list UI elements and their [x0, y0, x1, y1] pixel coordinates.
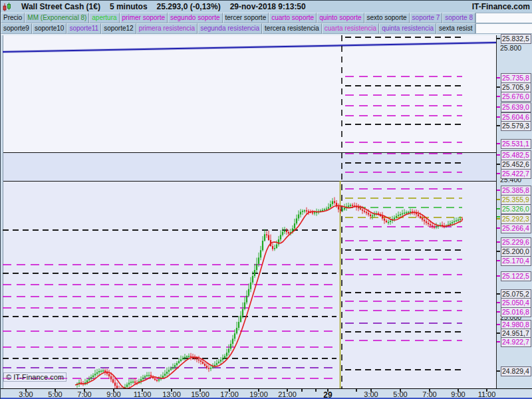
price-axis-tick [497, 293, 500, 295]
price-axis-label-25-229-6: 25.229,6 [501, 237, 531, 247]
legend-item-segunda-resistencia[interactable]: segunda resistencia [198, 23, 262, 34]
price-axis-label-25-531-1: 25.531,1 [501, 139, 531, 149]
price-axis-tick [497, 125, 500, 126]
price-axis-label-25-482-5: 25.482,5 [501, 150, 531, 160]
price-axis-label-25-170-4: 25.170,4 [501, 256, 531, 266]
legend-item-soporte9[interactable]: soporte9 [1, 23, 32, 34]
indicator-legend: PrecioMM (Exponencial 8)aperturaprimer s… [1, 13, 532, 34]
price-axis-label-25-292-3: 25.292,3 [501, 214, 531, 224]
legend-item-soporte11[interactable]: soporte11 [66, 23, 101, 34]
price-axis-tick [497, 218, 500, 219]
price-axis-tick [497, 86, 500, 88]
price-axis-label-25-639-0: 25.639,0 [501, 102, 531, 112]
legend-item-tercer-soporte[interactable]: tercer soporte [223, 13, 269, 23]
price-axis-tick [497, 96, 500, 97]
legend-item-cuarto-soporte[interactable]: cuarto soporte [269, 13, 317, 23]
price-change-label: 25.293,0 (-0,13%) [157, 2, 221, 11]
price-axis-tick [497, 370, 500, 372]
legend-item-primera-resistencia[interactable]: primera resistencia [136, 23, 198, 34]
price-axis-label-25-016-8: 25.016,8 [501, 307, 531, 317]
price-axis-tick [497, 302, 500, 303]
price-axis-tick [497, 251, 500, 252]
legend-item-sexto-soporte[interactable]: sexto soporte [364, 13, 410, 23]
legend-item-tercera-resistencia[interactable]: tercera resistencia [262, 23, 322, 34]
price-axis-label-25-705-9: 25.705,9 [501, 82, 531, 92]
price-axis-tick [497, 143, 500, 144]
price-chart-svg[interactable] [3, 35, 496, 388]
price-axis-tick [497, 341, 500, 342]
legend-item-soporte12[interactable]: soporte12 [101, 23, 136, 34]
legend-filler [475, 23, 532, 34]
legend-item-quinto-soporte[interactable]: quinto soporte [317, 13, 364, 23]
price-axis-tick [497, 324, 500, 325]
time-axis-minor-tick [301, 389, 303, 392]
legend-item-sexta-resist[interactable]: sexta resist [436, 23, 475, 34]
legend-item-mm-exponencial-8[interactable]: MM (Exponencial 8) [25, 13, 89, 23]
candlestick-icon [2, 2, 12, 12]
price-axis-label-24-829-4: 24.829,4 [501, 366, 531, 376]
current-price-tick [497, 216, 500, 217]
time-axis-minor-tick [356, 389, 357, 392]
price-axis-tick [497, 241, 500, 243]
legend-item-precio[interactable]: Precio [1, 13, 25, 23]
price-axis[interactable]: 25.832,525.80025.735,825.705,925.676,025… [496, 35, 532, 388]
price-axis-label-25-326-0: 25.326,0 [501, 204, 531, 214]
legend-item-soporte-8[interactable]: soporte 8 [442, 13, 475, 23]
price-axis-label-25-422-7: 25.422,7 [501, 169, 531, 179]
price-axis-tick [497, 275, 500, 277]
price-axis-label-25-800: 25.800 [500, 44, 521, 53]
price-axis-tick [497, 154, 500, 156]
watermark: © IT-Finance.com [3, 372, 66, 382]
price-axis-tick [497, 260, 500, 261]
price-axis-label-25-832-5: 25.832,5 [501, 34, 531, 44]
legend-filler [475, 13, 532, 23]
price-axis-label-24-922-7: 24.922,7 [501, 337, 531, 347]
chart-background-upper [3, 35, 496, 152]
price-axis-label-25-385-8: 25.385,8 [501, 186, 531, 196]
legend-row-2: soporte9soporte10soporte11soporte12prime… [1, 23, 532, 34]
price-axis-tick [497, 311, 500, 313]
price-axis-tick [497, 332, 500, 334]
price-axis-label-25-735-8: 25.735,8 [501, 73, 531, 83]
legend-item-primer-soporte[interactable]: primer soporte [120, 13, 168, 23]
chart-zone-band [3, 152, 496, 181]
price-axis-tick [497, 77, 500, 78]
legend-row-1: PrecioMM (Exponencial 8)aperturaprimer s… [1, 13, 532, 23]
trading-app-window: Wall Street Cash (1€) 5 minutos 25.293,0… [0, 0, 532, 399]
price-axis-tick [497, 227, 500, 229]
price-axis-tick [497, 173, 500, 174]
legend-item-cuarta-resistencia[interactable]: cuarta resistencia [322, 23, 379, 34]
price-axis-tick [497, 106, 500, 108]
time-axis-minor-tick [315, 389, 317, 392]
chart-canvas[interactable]: © IT-Finance.com [3, 35, 496, 388]
price-axis-label-25-266-4: 25.266,4 [501, 223, 531, 233]
time-axis[interactable]: 3:005:007:009:0011:0013:0015:0017:0019:0… [1, 388, 532, 398]
price-axis-tick [497, 116, 500, 118]
datetime-label: 29-nov-2018 9:13:50 [230, 2, 306, 11]
price-axis-tick [497, 208, 500, 209]
price-axis-tick [497, 38, 500, 39]
symbol-title: Wall Street Cash (1€) [21, 2, 100, 11]
price-axis-label-25-200-0: 25.200,0 [501, 247, 531, 257]
timeframe-label: 5 minutos [110, 2, 148, 11]
legend-item-segundo-soporte[interactable]: segundo soporte [168, 13, 223, 23]
price-axis-tick [497, 199, 500, 200]
price-axis-label-25-050-4: 25.050,4 [501, 298, 531, 308]
price-axis-label-25-676-0: 25.676,0 [501, 92, 531, 102]
legend-item-soporte10[interactable]: soporte10 [32, 23, 66, 34]
legend-item-soporte-7[interactable]: soporte 7 [410, 13, 443, 23]
price-axis-label-25-355-9: 25.355,9 [501, 195, 531, 205]
price-axis-tick [497, 190, 500, 191]
title-bar: Wall Street Cash (1€) 5 minutos 25.293,0… [1, 1, 532, 13]
price-axis-label-25-452-6: 25.452,6 [501, 160, 531, 170]
legend-item-apertura[interactable]: apertura [89, 13, 119, 23]
brand-label: IT-Finance.com [472, 2, 530, 11]
price-axis-label-25-579-3: 25.579,3 [501, 121, 531, 131]
legend-item-quinta-resistencia[interactable]: quinta resistencia [379, 23, 436, 34]
price-axis-tick [497, 164, 500, 165]
price-axis-label-25-122-5: 25.122,5 [501, 271, 531, 281]
